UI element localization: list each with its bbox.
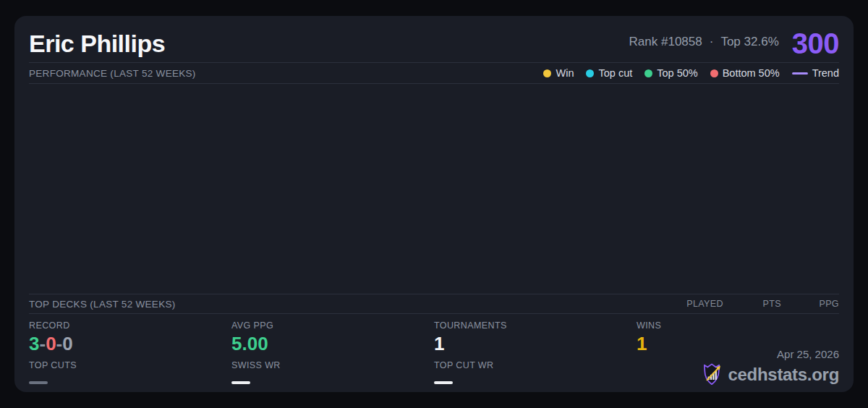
- legend-item-top-50: Top 50%: [644, 67, 697, 79]
- tournaments-label: TOURNAMENTS: [434, 320, 637, 331]
- avg-ppg-value: 5.00: [231, 333, 434, 354]
- card-footer: Apr 25, 2026 cedhstats.org: [701, 348, 839, 386]
- stat-column-tournaments: TOURNAMENTS 1 TOP CUT WR: [434, 320, 637, 384]
- legend-item-trend: Trend: [792, 67, 839, 79]
- rank-label: Rank #10858: [629, 35, 702, 49]
- top-50-dot-icon: [644, 69, 652, 77]
- legend-label: Trend: [812, 67, 839, 79]
- legend-label: Top cut: [598, 67, 632, 79]
- record-draws: 0: [62, 333, 72, 354]
- player-stats-card: Eric Phillips Rank #10858 · Top 32.6% 30…: [14, 16, 854, 392]
- top-decks-title: TOP DECKS (LAST 52 WEEKS): [29, 299, 176, 310]
- stat-column-record: RECORD 3-0-0 TOP CUTS: [29, 320, 231, 384]
- rank-line: Rank #10858 · Top 32.6%: [629, 35, 779, 49]
- card-header: Eric Phillips Rank #10858 · Top 32.6% 30…: [14, 16, 854, 62]
- performance-section-header: PERFORMANCE (LAST 52 WEEKS) Win Top cut …: [14, 63, 854, 83]
- percentile-label: Top 32.6%: [720, 35, 778, 49]
- top-cuts-empty-value: [29, 381, 48, 384]
- swiss-wr-empty-value: [231, 381, 250, 384]
- record-value: 3-0-0: [29, 333, 231, 354]
- top-decks-column-headers: PLAYED PTS PPG: [665, 299, 839, 309]
- top-cuts-label: TOP CUTS: [29, 360, 231, 371]
- avg-ppg-label: AVG PPG: [231, 320, 434, 331]
- column-header-played: PLAYED: [665, 299, 723, 309]
- record-label: RECORD: [29, 320, 231, 331]
- top-cut-wr-empty-value: [434, 381, 453, 384]
- top-cut-wr-label: TOP CUT WR: [434, 360, 637, 371]
- points-value: 300: [792, 31, 839, 56]
- record-dash: -: [56, 333, 63, 354]
- report-date: Apr 25, 2026: [701, 348, 839, 360]
- column-header-pts: PTS: [723, 299, 781, 309]
- record-losses: 0: [46, 333, 56, 354]
- brand-name: cedhstats.org: [728, 365, 839, 385]
- trend-line-icon: [792, 72, 808, 75]
- record-wins: 3: [29, 333, 39, 354]
- performance-chart-plot-area: [14, 84, 854, 294]
- wins-label: WINS: [637, 320, 839, 331]
- legend-label: Bottom 50%: [723, 67, 780, 79]
- top-decks-section-header: TOP DECKS (LAST 52 WEEKS) PLAYED PTS PPG: [14, 294, 854, 313]
- separator-dot: ·: [710, 35, 714, 49]
- legend-label: Win: [556, 67, 574, 79]
- bottom-50-dot-icon: [710, 69, 718, 77]
- win-dot-icon: [543, 69, 551, 77]
- top-cut-dot-icon: [586, 69, 594, 77]
- tournaments-value: 1: [434, 333, 637, 354]
- legend-item-win: Win: [543, 67, 574, 79]
- stat-column-avg-ppg: AVG PPG 5.00 SWISS WR: [231, 320, 434, 384]
- cedhstats-shield-logo-icon: [701, 362, 723, 386]
- record-dash: -: [39, 333, 46, 354]
- swiss-wr-label: SWISS WR: [231, 360, 434, 371]
- player-name: Eric Phillips: [29, 31, 165, 56]
- header-right: Rank #10858 · Top 32.6% 300: [629, 31, 839, 56]
- legend-item-top-cut: Top cut: [586, 67, 632, 79]
- chart-legend: Win Top cut Top 50% Bottom 50% Trend: [543, 67, 839, 79]
- column-header-ppg: PPG: [781, 299, 839, 309]
- brand-row: cedhstats.org: [701, 362, 839, 386]
- performance-title: PERFORMANCE (LAST 52 WEEKS): [29, 68, 196, 79]
- legend-label: Top 50%: [657, 67, 697, 79]
- legend-item-bottom-50: Bottom 50%: [710, 67, 780, 79]
